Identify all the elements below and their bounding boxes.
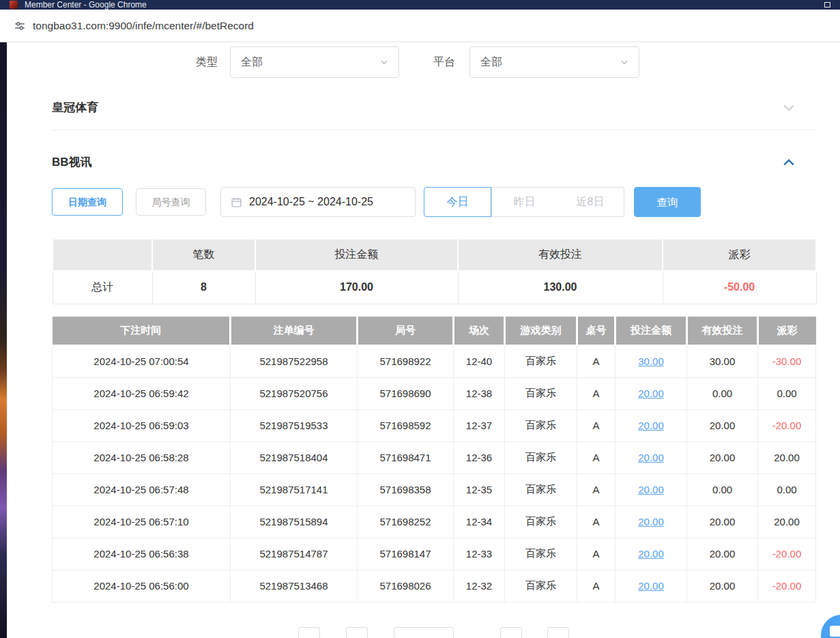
cell-bet-amount[interactable]: 20.00	[615, 474, 687, 506]
bet-records-table: 下注时间注单编号局号场次游戏类别桌号投注金额有效投注派彩 2024-10-25 …	[52, 317, 816, 603]
pagination-prev-button[interactable]	[298, 627, 320, 638]
table-row: 2024-10-25 07:00:54521987522958571698922…	[53, 345, 816, 377]
column-header: 注单编号	[231, 317, 358, 345]
cell-bet-amount[interactable]: 20.00	[615, 377, 687, 409]
cell-bet-id: 521987513468	[231, 570, 358, 602]
cell-bet-amount[interactable]: 20.00	[615, 441, 687, 474]
cell-bet-id: 521987520756	[231, 377, 358, 409]
cell-time: 2024-10-25 06:57:48	[53, 474, 231, 506]
round-query-button[interactable]: 局号查询	[136, 188, 206, 216]
date-range-input[interactable]: 2024-10-25 ~ 2024-10-25	[220, 187, 416, 217]
cell-time: 2024-10-25 06:59:03	[53, 409, 231, 441]
cell-session: 12-36	[454, 441, 505, 474]
date-query-button[interactable]: 日期查询	[52, 188, 123, 216]
cell-time: 2024-10-25 06:59:42	[53, 377, 231, 409]
summary-column-header: 有效投注	[458, 239, 663, 271]
cell-payout: -20.00	[758, 538, 816, 570]
cell-round: 571698922	[358, 345, 454, 377]
cell-session: 12-34	[454, 506, 505, 538]
yesterday-button[interactable]: 昨日	[491, 187, 557, 217]
cell-payout: 0.00	[758, 377, 816, 409]
pagination-jump-input[interactable]	[547, 627, 569, 638]
search-button[interactable]: 查询	[634, 187, 701, 217]
app-favicon-icon	[10, 1, 18, 9]
column-header: 派彩	[758, 317, 816, 345]
date-range-value: 2024-10-25 ~ 2024-10-25	[249, 196, 373, 208]
cell-bet-amount[interactable]: 30.00	[615, 345, 687, 377]
cell-game: 百家乐	[505, 506, 577, 538]
cell-bet-amount[interactable]: 20.00	[615, 409, 687, 441]
platform-label: 平台	[433, 46, 455, 78]
cell-valid-bet: 0.00	[687, 474, 758, 506]
window-titlebar: Member Center - Google Chrome	[0, 0, 840, 10]
summary-valid-bet: 130.00	[458, 271, 663, 304]
cell-bet-id: 521987517141	[231, 474, 358, 506]
chevron-up-icon	[781, 156, 796, 169]
column-header: 下注时间	[53, 317, 231, 345]
cell-game: 百家乐	[505, 377, 577, 409]
summary-bet-amount: 170.00	[255, 271, 458, 304]
column-header: 场次	[454, 317, 505, 345]
cell-bet-id: 521987518404	[231, 441, 358, 474]
cell-payout: 0.00	[758, 474, 816, 506]
column-header: 桌号	[577, 317, 615, 345]
last-8-days-button[interactable]: 近8日	[557, 187, 624, 217]
section-title: 皇冠体育	[52, 101, 98, 114]
cell-bet-amount[interactable]: 20.00	[615, 538, 687, 570]
cell-valid-bet: 0.00	[687, 377, 758, 409]
cell-time: 2024-10-25 06:56:00	[53, 570, 231, 602]
cell-time: 2024-10-25 06:57:10	[53, 506, 231, 538]
url-text[interactable]: tongbao31.com:9900/infe/mcenter/#/betRec…	[33, 10, 254, 42]
cell-valid-bet: 20.00	[687, 506, 758, 538]
cell-game: 百家乐	[505, 345, 577, 377]
cell-game: 百家乐	[505, 474, 577, 506]
cell-table-no: A	[577, 345, 615, 377]
site-settings-icon[interactable]	[14, 20, 26, 32]
address-bar[interactable]: tongbao31.com:9900/infe/mcenter/#/betRec…	[0, 10, 840, 42]
cell-table-no: A	[577, 570, 615, 602]
cell-round: 571698471	[358, 441, 454, 474]
summary-payout: -50.00	[663, 271, 816, 304]
today-button[interactable]: 今日	[424, 187, 491, 217]
summary-label: 总计	[53, 271, 152, 304]
section-bb-video[interactable]: BB视讯	[52, 154, 815, 171]
pagination-size-select[interactable]	[394, 627, 454, 638]
type-select-value: 全部	[241, 55, 263, 70]
cell-table-no: A	[577, 538, 615, 570]
column-header: 局号	[358, 317, 454, 345]
pagination-page-button[interactable]	[346, 627, 368, 638]
platform-select[interactable]: 全部	[469, 46, 639, 78]
cell-game: 百家乐	[505, 441, 577, 474]
summary-table: 笔数投注金额有效投注派彩 总计 8 170.00 130.00 -50.00	[52, 238, 817, 304]
summary-column-header: 投注金额	[255, 239, 458, 271]
cell-game: 百家乐	[505, 409, 577, 441]
cell-round: 571698026	[358, 570, 454, 602]
bet-record-page: 类型 全部 平台 全部 皇冠体育 BB视讯 日期查询 局号查询 2024-10-…	[7, 42, 840, 638]
table-row: 2024-10-25 06:57:48521987517141571698358…	[53, 474, 816, 506]
pagination-next-button[interactable]	[500, 627, 522, 638]
section-crown-sports[interactable]: 皇冠体育	[52, 99, 815, 117]
cell-valid-bet: 20.00	[687, 409, 758, 441]
cell-bet-amount[interactable]: 20.00	[615, 506, 687, 538]
window-title: Member Center - Google Chrome	[25, 0, 147, 10]
cell-session: 12-37	[454, 409, 505, 441]
type-select[interactable]: 全部	[230, 46, 399, 78]
cell-round: 571698690	[358, 377, 454, 409]
cell-table-no: A	[577, 474, 615, 506]
section-title: BB视讯	[52, 156, 92, 169]
cell-session: 12-35	[454, 474, 505, 506]
cell-valid-bet: 20.00	[687, 570, 758, 602]
cell-payout: -20.00	[758, 570, 816, 602]
cell-valid-bet: 20.00	[687, 441, 758, 474]
cell-valid-bet: 20.00	[687, 538, 758, 570]
cell-payout: -20.00	[758, 409, 816, 441]
table-row: 2024-10-25 06:59:42521987520756571698690…	[53, 377, 816, 409]
chat-icon	[830, 626, 840, 637]
cell-session: 12-32	[454, 570, 505, 602]
maximize-button[interactable]	[824, 2, 830, 8]
background-window-strip	[0, 42, 7, 638]
cell-bet-amount[interactable]: 20.00	[615, 570, 687, 602]
cell-table-no: A	[577, 506, 615, 538]
cell-bet-id: 521987514787	[231, 538, 358, 570]
type-label: 类型	[196, 46, 218, 78]
